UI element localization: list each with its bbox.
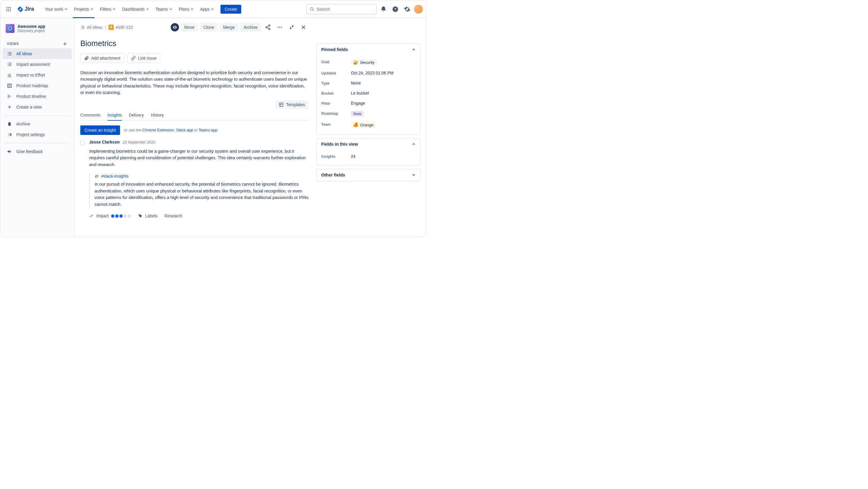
field-insights[interactable]: Insights 24 [321, 151, 415, 161]
tab-insights[interactable]: Insights [107, 111, 122, 120]
breadcrumb-issue[interactable]: AWE-222 [108, 25, 133, 30]
svg-text:?: ? [394, 7, 397, 11]
issue-title[interactable]: Biometrics [80, 39, 309, 48]
tab-delivery[interactable]: Delivery [129, 111, 144, 120]
jira-logo-text: Jira [25, 6, 34, 12]
settings-icon[interactable] [402, 4, 412, 14]
slack-quote: #slack-insights In our pursuit of innova… [89, 173, 309, 208]
collapse-icon[interactable] [286, 22, 297, 32]
field-bucket[interactable]: Bucket Le bucket [321, 88, 415, 98]
svg-point-0 [6, 7, 7, 8]
trash-icon [7, 121, 12, 126]
help-icon[interactable]: ? [390, 4, 400, 14]
svg-point-21 [281, 27, 282, 28]
slack-app-link[interactable]: Slack app [176, 128, 193, 132]
idea-type-icon [108, 25, 114, 30]
nav-teams[interactable]: Teams [153, 0, 175, 18]
nav-filters[interactable]: Filters [97, 0, 119, 18]
svg-point-8 [10, 10, 11, 11]
sidebar-item-feedback[interactable]: Give feedback [3, 146, 72, 157]
nav-items: Your work Projects Filters Dashboards Te… [42, 0, 241, 18]
view-fields-card: Fields in this view Insights 24 [316, 138, 421, 166]
tag-icon [138, 213, 143, 218]
sidebar-item-all-ideas[interactable]: All ideas [3, 48, 72, 59]
nav-projects[interactable]: Projects [71, 0, 97, 18]
svg-point-3 [6, 9, 7, 9]
insight-entry: Jesse Clarkson 23 September 2023 Impleme… [80, 140, 309, 218]
chrome-extension-link[interactable]: Chrome Extension [142, 128, 174, 132]
teams-app-link[interactable]: Teams app [198, 128, 218, 132]
search-input[interactable] [317, 7, 373, 11]
svg-point-4 [8, 9, 9, 9]
project-header[interactable]: Awesome app Discovery project [3, 24, 72, 38]
close-icon[interactable] [299, 22, 309, 32]
create-insight-button[interactable]: Create an insight [80, 125, 120, 135]
impact-dots [111, 214, 131, 218]
templates-button[interactable]: Templates [275, 100, 309, 109]
move-button[interactable]: Move [181, 23, 198, 32]
pinned-fields-header[interactable]: Pinned fields [316, 44, 420, 55]
nav-apps[interactable]: Apps [197, 0, 217, 18]
labels-field[interactable]: Labels [138, 213, 157, 218]
clone-button[interactable]: Clone [200, 23, 218, 32]
nav-your-work[interactable]: Your work [42, 0, 70, 18]
tab-comments[interactable]: Comments [80, 111, 100, 120]
list-icon [7, 62, 12, 67]
slack-quote-text: In our pursuit of innovation and enhance… [95, 181, 309, 208]
search-icon [310, 7, 314, 11]
slack-channel-link[interactable]: #slack-insights [95, 174, 309, 178]
chevron-down-icon [412, 173, 415, 177]
nav-dashboards[interactable]: Dashboards [119, 0, 152, 18]
nav-plans[interactable]: Plans [176, 0, 196, 18]
more-icon[interactable] [275, 22, 285, 32]
user-avatar[interactable] [414, 5, 423, 13]
field-pillar[interactable]: Pillar Engage [321, 98, 415, 108]
watch-icon[interactable] [171, 23, 179, 31]
other-fields-card: Other fields [316, 169, 421, 181]
notifications-icon[interactable] [378, 4, 389, 14]
sidebar-item-create-view[interactable]: Create a view [3, 102, 72, 112]
chevron-up-icon [412, 142, 415, 146]
field-roadmap[interactable]: Roadmap Now [321, 108, 415, 119]
search-box[interactable] [306, 4, 377, 15]
share-icon[interactable] [263, 22, 273, 32]
chevron-up-icon [412, 48, 415, 51]
add-view-icon[interactable] [62, 41, 68, 47]
field-updated[interactable]: Updated Oct 24, 2023 01:06 PM [321, 68, 415, 78]
app-switcher-icon[interactable] [4, 4, 13, 14]
sidebar-item-impact-assessment[interactable]: Impact assesment [3, 59, 72, 70]
field-type[interactable]: Type None [321, 78, 415, 88]
field-goal[interactable]: Goal 🔐Security [321, 57, 415, 68]
insight-checkbox[interactable] [80, 141, 85, 145]
sidebar-item-settings[interactable]: Project settings [3, 129, 72, 140]
create-button[interactable]: Create [220, 5, 241, 13]
project-subtitle: Discovery project [18, 29, 45, 33]
svg-point-9 [310, 7, 313, 10]
sidebar-item-impact-effort[interactable]: Impact vs Effort [3, 70, 72, 80]
field-team[interactable]: Team 🍊Orange [321, 119, 415, 131]
jira-logo[interactable]: Jira [15, 6, 36, 12]
breadcrumb-root[interactable]: All ideas [80, 25, 102, 30]
insight-date: 23 September 2023 [123, 140, 155, 144]
issue-description[interactable]: Discover an innovative biometric authent… [80, 69, 309, 96]
sidebar-item-timeline[interactable]: Product timeline [3, 91, 72, 102]
views-label: VIEWS [7, 42, 19, 46]
research-label[interactable]: Research [164, 213, 182, 218]
add-attachment-button[interactable]: Add attachment [80, 53, 124, 63]
sidebar-item-roadmap[interactable]: Product roadmap [3, 80, 72, 91]
view-fields-header[interactable]: Fields in this view [316, 138, 420, 150]
archive-button[interactable]: Archive [240, 23, 261, 32]
lock-icon: 🔐 [353, 60, 358, 65]
sidebar-item-archive[interactable]: Archive [3, 119, 72, 129]
merge-button[interactable]: Merge [220, 23, 239, 32]
other-fields-header[interactable]: Other fields [316, 169, 420, 181]
svg-point-1 [8, 7, 9, 8]
tab-history[interactable]: History [151, 111, 164, 120]
svg-point-19 [278, 27, 279, 28]
link-issue-button[interactable]: Link issue [127, 53, 160, 63]
insight-author: Jesse Clarkson [89, 140, 120, 144]
impact-field[interactable]: Impact [89, 213, 131, 218]
insight-helper-text: or use the Chrome Extension, Slack app o… [124, 128, 218, 132]
chart-icon [7, 73, 12, 78]
svg-rect-15 [7, 84, 11, 87]
